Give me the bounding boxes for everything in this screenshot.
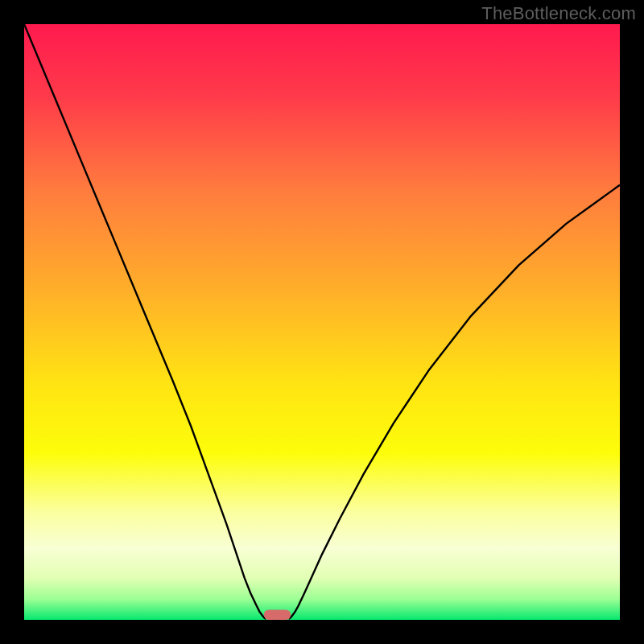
bottleneck-marker <box>264 609 291 620</box>
plot-area <box>24 24 620 620</box>
gradient-background <box>24 24 620 620</box>
chart-frame: TheBottleneck.com <box>0 0 644 644</box>
chart-svg <box>24 24 620 620</box>
watermark-text: TheBottleneck.com <box>481 3 636 24</box>
